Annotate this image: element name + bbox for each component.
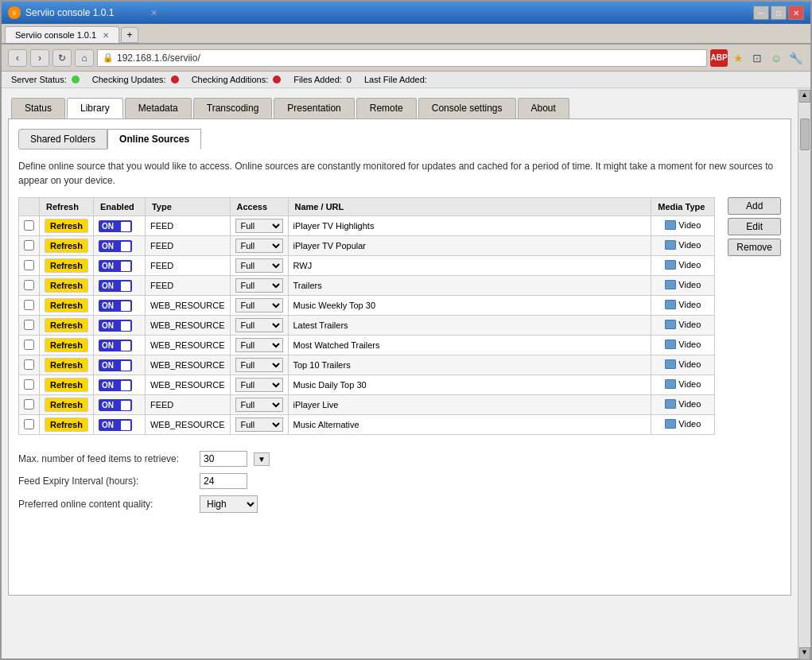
row-checkbox-9[interactable]: [24, 399, 34, 410]
row-checkbox-0[interactable]: [24, 220, 34, 231]
browser-tab-active[interactable]: Serviio console 1.0.1 ✕: [5, 26, 119, 43]
edit-button[interactable]: Edit: [728, 218, 781, 235]
toggle-2[interactable]: ON: [99, 260, 132, 272]
scroll-up-button[interactable]: ▲: [799, 90, 810, 103]
toolbar-icons: ABP ★ ⊡ ☺ 🔧: [710, 49, 804, 67]
cell-name-9: iPlayer Live: [288, 395, 651, 415]
tab-transcoding[interactable]: Transcoding: [193, 98, 273, 118]
row-checkbox-1[interactable]: [24, 240, 34, 250]
refresh-button-7[interactable]: Refresh: [45, 358, 88, 372]
quality-setting: Preferred online content quality: High M…: [18, 495, 781, 513]
sub-tab-shared-folders[interactable]: Shared Folders: [18, 129, 107, 149]
scrollbar[interactable]: ▲ ▼: [798, 88, 810, 658]
sources-table-container: Refresh Enabled Type Access Name / URL M…: [18, 197, 715, 448]
refresh-button-8[interactable]: Refresh: [45, 378, 88, 392]
screenshot-icon[interactable]: ⊡: [748, 49, 766, 67]
toggle-4[interactable]: ON: [99, 300, 132, 312]
header-refresh: Refresh: [40, 198, 94, 216]
refresh-button-9[interactable]: Refresh: [45, 398, 88, 412]
refresh-button-4[interactable]: Refresh: [45, 298, 88, 313]
row-checkbox-4[interactable]: [24, 300, 34, 310]
back-button[interactable]: ‹: [8, 49, 27, 67]
access-select-3[interactable]: Full Partial: [235, 278, 283, 293]
refresh-button-5[interactable]: Refresh: [45, 318, 88, 332]
browser-tab-label: Serviio console 1.0.1: [15, 30, 96, 40]
toggle-6[interactable]: ON: [99, 340, 132, 351]
forward-button[interactable]: ›: [30, 49, 49, 67]
refresh-button-10[interactable]: Refresh: [45, 417, 88, 432]
refresh-button-6[interactable]: Refresh: [45, 338, 88, 352]
tab-presentation[interactable]: Presentation: [274, 98, 354, 118]
expiry-input[interactable]: [200, 473, 247, 489]
toggle-7[interactable]: ON: [99, 359, 132, 371]
wrench-icon[interactable]: 🔧: [787, 49, 804, 67]
film-icon-5: [665, 320, 676, 329]
row-checkbox-3[interactable]: [24, 280, 34, 290]
feed-items-input[interactable]: [200, 451, 247, 467]
remove-button[interactable]: Remove: [728, 239, 781, 256]
scroll-thumb[interactable]: [800, 118, 810, 150]
home-button[interactable]: ⌂: [75, 49, 94, 67]
access-select-9[interactable]: Full Partial: [235, 398, 283, 412]
toggle-8[interactable]: ON: [99, 379, 132, 391]
url-bar[interactable]: 🔒 192.168.1.6/serviio/: [97, 49, 707, 67]
row-checkbox-10[interactable]: [24, 419, 34, 429]
tab-status[interactable]: Status: [11, 98, 65, 118]
browser-tab-bar: Serviio console 1.0.1 ✕ +: [2, 24, 810, 45]
close-button[interactable]: ✕: [788, 6, 804, 20]
checking-updates-label: Checking Updates:: [92, 75, 166, 84]
access-select-0[interactable]: Full Partial: [235, 219, 283, 233]
cell-name-10: Music Alternative: [288, 415, 651, 435]
toggle-9[interactable]: ON: [99, 399, 132, 411]
new-tab-button[interactable]: +: [121, 27, 138, 43]
access-select-8[interactable]: Full Partial: [235, 378, 283, 392]
row-checkbox-7[interactable]: [24, 359, 34, 370]
reload-button[interactable]: ↻: [52, 49, 72, 67]
refresh-button-0[interactable]: Refresh: [45, 219, 88, 233]
toggle-1[interactable]: ON: [99, 240, 132, 252]
cell-media-4: Video: [651, 296, 715, 316]
refresh-button-2[interactable]: Refresh: [45, 258, 88, 273]
refresh-button-3[interactable]: Refresh: [45, 278, 88, 293]
tab-library[interactable]: Library: [67, 98, 123, 118]
feed-items-dropdown-icon[interactable]: ▼: [254, 452, 270, 466]
tab-close-icon[interactable]: ✕: [103, 31, 109, 40]
table-row: Refresh ON FEED Full Partial RWJ Video: [19, 256, 715, 276]
access-select-4[interactable]: Full Partial: [235, 298, 283, 313]
access-select-2[interactable]: Full Partial: [235, 258, 283, 273]
extension-icon[interactable]: ☺: [767, 49, 785, 67]
toggle-0[interactable]: ON: [99, 220, 132, 232]
checking-updates-dot: [171, 76, 179, 83]
quality-select[interactable]: High Medium Low: [200, 495, 258, 513]
access-select-5[interactable]: Full Partial: [235, 318, 283, 332]
row-checkbox-8[interactable]: [24, 379, 34, 390]
scroll-down-button[interactable]: ▼: [799, 647, 810, 658]
access-select-7[interactable]: Full Partial: [235, 358, 283, 372]
bookmark-star-icon[interactable]: ★: [729, 49, 747, 67]
tab-remote[interactable]: Remote: [356, 98, 417, 118]
sub-tab-online-sources[interactable]: Online Sources: [107, 129, 201, 149]
checking-additions-dot: [273, 76, 281, 83]
row-checkbox-2[interactable]: [24, 260, 34, 270]
access-select-10[interactable]: Full Partial: [235, 417, 283, 432]
access-select-6[interactable]: Full Partial: [235, 338, 283, 352]
server-status: Server Status:: [11, 75, 80, 84]
minimize-button[interactable]: ─: [753, 6, 769, 20]
add-button[interactable]: Add: [728, 197, 781, 215]
film-icon-9: [665, 399, 676, 409]
table-row: Refresh ON FEED Full Partial Trailers Vi…: [19, 276, 715, 296]
toggle-3[interactable]: ON: [99, 280, 132, 292]
adblock-icon[interactable]: ABP: [710, 49, 728, 67]
tab-about[interactable]: About: [518, 98, 569, 118]
tab-console-settings[interactable]: Console settings: [418, 98, 516, 118]
toggle-5[interactable]: ON: [99, 320, 132, 332]
row-checkbox-5[interactable]: [24, 320, 34, 330]
toggle-10[interactable]: ON: [99, 419, 132, 431]
checking-additions: Checking Additions:: [192, 75, 282, 84]
access-select-1[interactable]: Full Partial: [235, 239, 283, 253]
tab-metadata[interactable]: Metadata: [125, 98, 192, 118]
row-checkbox-6[interactable]: [24, 340, 34, 350]
maximize-button[interactable]: □: [771, 6, 787, 20]
film-icon-4: [665, 300, 676, 309]
refresh-button-1[interactable]: Refresh: [45, 239, 88, 253]
